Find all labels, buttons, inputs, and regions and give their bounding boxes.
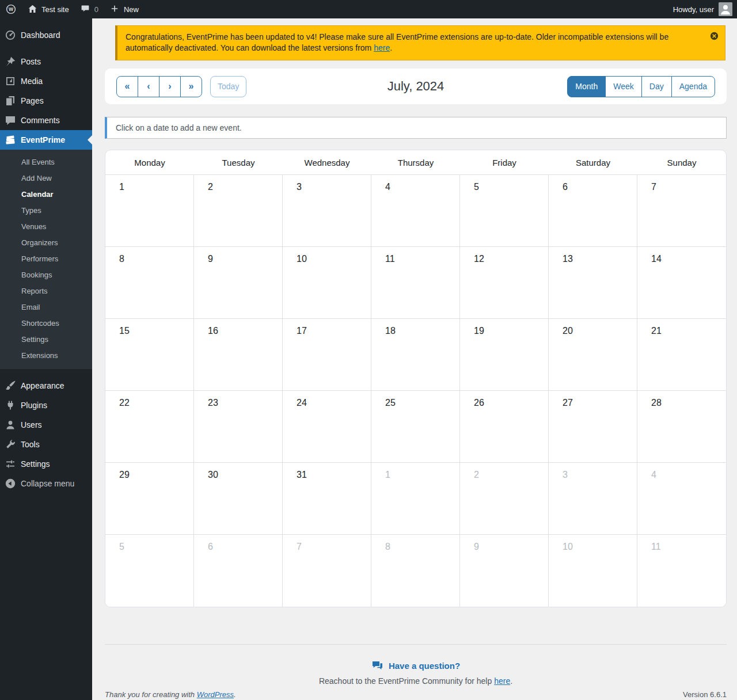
footer-question: Have a question? xyxy=(105,660,727,671)
calendar-day-cell[interactable]: 22 xyxy=(105,391,194,463)
today-button[interactable]: Today xyxy=(210,76,246,97)
calendar-day-cell[interactable]: 8 xyxy=(105,247,194,319)
calendar-day-cell[interactable]: 4 xyxy=(637,463,726,535)
sidebar-item-plugins[interactable]: Plugins xyxy=(0,395,92,415)
submenu-item-performers[interactable]: Performers xyxy=(0,250,92,267)
calendar-day-cell[interactable]: 7 xyxy=(637,175,726,247)
sidebar-item-collapse-menu[interactable]: Collapse menu xyxy=(0,474,92,493)
calendar-day-cell[interactable]: 8 xyxy=(371,535,460,607)
calendar-day-cell[interactable]: 24 xyxy=(283,391,371,463)
calendar-day-cell[interactable]: 14 xyxy=(637,247,726,319)
close-icon[interactable] xyxy=(709,31,719,41)
calendar-toolbar: «‹›» Today July, 2024 MonthWeekDayAgenda xyxy=(105,69,727,104)
admin-bar-account[interactable]: Howdy, user xyxy=(673,2,737,16)
day-number: 6 xyxy=(208,542,213,551)
submenu-item-settings[interactable]: Settings xyxy=(0,331,92,347)
submenu-item-organizers[interactable]: Organizers xyxy=(0,234,92,250)
calendar-day-cell[interactable]: 9 xyxy=(194,247,283,319)
sidebar-item-dashboard[interactable]: Dashboard xyxy=(0,25,92,45)
submenu-item-shortcodes[interactable]: Shortcodes xyxy=(0,315,92,331)
calendar-day-cell[interactable]: 6 xyxy=(194,535,283,607)
sidebar-item-label: Pages xyxy=(21,96,44,105)
wordpress-logo-menu[interactable]: W xyxy=(0,0,22,18)
view-button-week[interactable]: Week xyxy=(605,76,642,97)
footer-here-link[interactable]: here xyxy=(494,676,510,686)
calendar-day-cell[interactable]: 5 xyxy=(105,535,194,607)
view-button-agenda[interactable]: Agenda xyxy=(671,76,715,97)
submenu-item-add-new[interactable]: Add New xyxy=(0,170,92,186)
calendar-day-cell[interactable]: 11 xyxy=(637,535,726,607)
view-button-day[interactable]: Day xyxy=(641,76,672,97)
calendar-day-cell[interactable]: 25 xyxy=(371,391,460,463)
sidebar-item-tools[interactable]: Tools xyxy=(0,435,92,454)
sidebar-item-posts[interactable]: Posts xyxy=(0,52,92,71)
calendar-day-cell[interactable]: 16 xyxy=(194,319,283,391)
sidebar-item-appearance[interactable]: Appearance xyxy=(0,376,92,395)
calendar-grid-card: MondayTuesdayWednesdayThursdayFridaySatu… xyxy=(105,150,727,607)
calendar-day-cell[interactable]: 2 xyxy=(460,463,549,535)
day-number: 8 xyxy=(119,254,124,264)
calendar-day-cell[interactable]: 9 xyxy=(460,535,549,607)
sidebar-item-label: Dashboard xyxy=(21,31,60,40)
calendar-day-cell[interactable]: 10 xyxy=(549,535,637,607)
calendar-day-cell[interactable]: 21 xyxy=(637,319,726,391)
last-button[interactable]: » xyxy=(180,76,202,97)
day-of-week-header: Tuesday xyxy=(194,150,283,174)
calendar-day-cell[interactable]: 19 xyxy=(460,319,549,391)
calendar-day-cell[interactable]: 6 xyxy=(549,175,637,247)
submenu-item-all-events[interactable]: All Events xyxy=(0,154,92,170)
calendar-day-cell[interactable]: 17 xyxy=(283,319,371,391)
calendar-day-cell[interactable]: 27 xyxy=(549,391,637,463)
calendar-day-cell[interactable]: 5 xyxy=(460,175,549,247)
sidebar-item-comments[interactable]: Comments xyxy=(0,111,92,130)
wordpress-link[interactable]: WordPress xyxy=(197,690,234,699)
calendar-day-cell[interactable]: 23 xyxy=(194,391,283,463)
view-button-month[interactable]: Month xyxy=(567,76,606,97)
new-label: New xyxy=(124,5,139,14)
new-content-menu[interactable]: New xyxy=(104,0,145,18)
calendar-day-cell[interactable]: 30 xyxy=(194,463,283,535)
calendar-day-cell[interactable]: 10 xyxy=(283,247,371,319)
notice-suffix: . xyxy=(390,43,392,52)
submenu-item-extensions[interactable]: Extensions xyxy=(0,347,92,363)
calendar-day-cell[interactable]: 26 xyxy=(460,391,549,463)
calendar-day-cell[interactable]: 12 xyxy=(460,247,549,319)
prev-button[interactable]: ‹ xyxy=(138,76,159,97)
calendar-day-cell[interactable]: 13 xyxy=(549,247,637,319)
calendar-day-cell[interactable]: 2 xyxy=(194,175,283,247)
calendar-day-cell[interactable]: 20 xyxy=(549,319,637,391)
calendar-day-cell[interactable]: 11 xyxy=(371,247,460,319)
sidebar-item-eventprime[interactable]: EventPrime xyxy=(0,130,92,150)
calendar-day-cell[interactable]: 7 xyxy=(283,535,371,607)
sidebar-item-label: Users xyxy=(21,420,42,429)
sidebar-item-pages[interactable]: Pages xyxy=(0,91,92,111)
calendar-day-cell[interactable]: 1 xyxy=(371,463,460,535)
submenu-item-email[interactable]: Email xyxy=(0,299,92,315)
calendar-day-cell[interactable]: 3 xyxy=(283,175,371,247)
sidebar-item-settings[interactable]: Settings xyxy=(0,454,92,474)
submenu-item-bookings[interactable]: Bookings xyxy=(0,267,92,283)
first-button[interactable]: « xyxy=(116,76,138,97)
calendar-day-cell[interactable]: 15 xyxy=(105,319,194,391)
calendar-day-cell[interactable]: 29 xyxy=(105,463,194,535)
comments-menu[interactable]: 0 xyxy=(75,0,104,18)
next-button[interactable]: › xyxy=(159,76,181,97)
calendar-day-cell[interactable]: 18 xyxy=(371,319,460,391)
submenu-item-calendar[interactable]: Calendar xyxy=(0,186,92,202)
calendar-day-cell[interactable]: 4 xyxy=(371,175,460,247)
submenu-item-venues[interactable]: Venues xyxy=(0,218,92,234)
calendar-day-cell[interactable]: 1 xyxy=(105,175,194,247)
day-number: 22 xyxy=(119,398,130,408)
calendar-day-cell[interactable]: 31 xyxy=(283,463,371,535)
calendar-day-cell[interactable]: 28 xyxy=(637,391,726,463)
notice-here-link[interactable]: here xyxy=(374,43,390,52)
submenu-item-reports[interactable]: Reports xyxy=(0,283,92,299)
site-name-menu[interactable]: Test site xyxy=(22,0,75,18)
submenu-item-types[interactable]: Types xyxy=(0,202,92,218)
footer-community-line: Reachout to the EventPrime Community for… xyxy=(105,676,727,686)
dashboard-icon xyxy=(5,29,16,41)
sidebar-item-users[interactable]: Users xyxy=(0,415,92,435)
day-number: 8 xyxy=(385,542,390,551)
calendar-day-cell[interactable]: 3 xyxy=(549,463,637,535)
sidebar-item-media[interactable]: Media xyxy=(0,71,92,91)
